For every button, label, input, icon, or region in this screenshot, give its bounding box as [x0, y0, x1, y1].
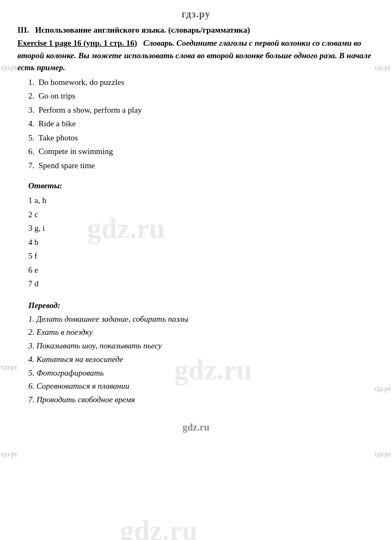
answer-item: 5 f — [28, 249, 375, 263]
side-watermark-5: гдз.ру — [1, 450, 17, 458]
list-item: 5. Take photos — [28, 132, 375, 144]
translation-section: Перевод: 1. Делать домашнее задание, соб… — [28, 301, 375, 407]
exercise-title-line: Exercise 1 page 16 (упр. 1 стр. 16) Слов… — [17, 37, 375, 74]
section-title: Использование английского языка. (словар… — [35, 26, 250, 34]
main-content: гдз.ру гдз.ру III. Использование английс… — [0, 26, 392, 439]
translation-item: 1. Делать домашнее задание, собирать паз… — [28, 312, 375, 326]
list-item: 3. Perform a show, perform a play — [28, 104, 375, 116]
overlay-watermark-3: gdz.ru — [120, 514, 198, 540]
side-watermark-1: гдз.ру — [1, 64, 17, 72]
list-item: 4. Ride a bike — [28, 118, 375, 130]
answers-section: Ответы: 1 a, h 2 c 3 g, i 4 b 5 f 6 e 7 … — [28, 181, 375, 291]
list-item: 2. Go on trips — [28, 90, 375, 102]
list-item: 7. Spend spare time — [28, 159, 375, 172]
list-item: 1. Do homework, do puzzles — [28, 76, 375, 89]
translation-item: 6. Соревноваться в плавании — [28, 379, 375, 393]
translation-item: 4. Кататься на велосипеде — [28, 353, 375, 366]
translation-item: 7. Проводить свободное время — [28, 393, 375, 407]
answer-item: 7 d — [28, 277, 375, 291]
side-watermark-4: гдз.ру — [375, 385, 391, 393]
translation-item: 2. Ехать в поездку — [28, 326, 375, 339]
exercise-list: 1. Do homework, do puzzles 2. Go on trip… — [28, 76, 375, 172]
section-header: III. Использование английского языка. (с… — [17, 26, 375, 35]
answer-item: 2 c — [28, 208, 375, 222]
translation-title: Перевод: — [28, 301, 375, 310]
answer-item: 3 g, i — [28, 222, 375, 236]
answers-list: 1 a, h 2 c 3 g, i 4 b 5 f 6 e 7 d — [28, 194, 375, 291]
translation-list: 1. Делать домашнее задание, собирать паз… — [28, 312, 375, 407]
answers-title: Ответы: — [28, 181, 375, 191]
section-number: III. — [17, 26, 29, 34]
side-watermark-2: гдз.ру — [375, 64, 391, 72]
side-watermark-6: гдз.ру — [375, 450, 391, 458]
answer-item: 6 e — [28, 263, 375, 278]
exercise-ref: Exercise 1 page 16 (упр. 1 стр. 16) — [17, 39, 137, 47]
answer-item: 1 a, h — [28, 194, 375, 208]
top-watermark: гдз.ру — [0, 5, 392, 26]
answer-item: 4 b — [28, 236, 375, 250]
list-item: 6. Compete in swimming — [28, 145, 375, 158]
side-watermark-3: гдз.ру — [1, 363, 17, 371]
translation-item: 5. Фотографировать — [28, 366, 375, 380]
translation-item: 3. Показывать шоу, показывать пьесу — [28, 339, 375, 353]
bottom-watermark: gdz.ru — [17, 422, 375, 439]
